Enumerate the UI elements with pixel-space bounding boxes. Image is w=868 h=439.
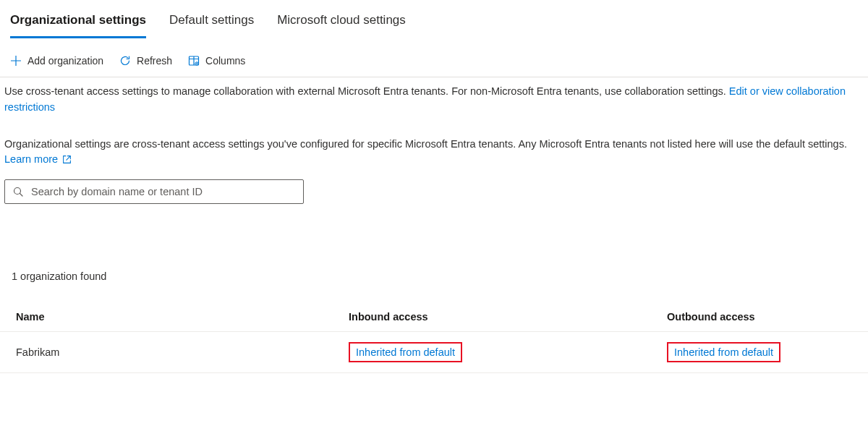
- add-organization-button[interactable]: Add organization: [10, 55, 103, 67]
- inbound-access-link[interactable]: Inherited from default: [356, 346, 455, 358]
- learn-more-label: Learn more: [4, 153, 58, 165]
- description-block-2: Organizational settings are cross-tenant…: [0, 116, 868, 152]
- columns-label: Columns: [205, 55, 245, 67]
- table-row: Fabrikam Inherited from default Inherite…: [0, 332, 868, 373]
- refresh-button[interactable]: Refresh: [119, 55, 172, 67]
- learn-more-link[interactable]: Learn more: [4, 153, 72, 165]
- toolbar: Add organization Refresh Columns: [0, 39, 868, 77]
- add-organization-label: Add organization: [27, 55, 103, 67]
- highlight-outbound: Inherited from default: [667, 342, 780, 362]
- column-header-name[interactable]: Name: [16, 311, 349, 323]
- column-header-outbound[interactable]: Outbound access: [667, 311, 868, 323]
- tab-organizational-settings[interactable]: Organizational settings: [10, 13, 146, 38]
- org-name-cell[interactable]: Fabrikam: [16, 346, 349, 358]
- outbound-access-link[interactable]: Inherited from default: [674, 346, 773, 358]
- results-count: 1 organization found: [0, 204, 868, 282]
- highlight-inbound: Inherited from default: [349, 342, 462, 362]
- organizations-table: Name Inbound access Outbound access Fabr…: [0, 311, 868, 373]
- column-header-inbound[interactable]: Inbound access: [349, 311, 667, 323]
- tab-default-settings[interactable]: Default settings: [169, 13, 254, 38]
- table-header: Name Inbound access Outbound access: [0, 311, 868, 332]
- columns-icon: [188, 55, 200, 67]
- description-block-1: Use cross-tenant access settings to mana…: [0, 77, 868, 116]
- outbound-access-cell: Inherited from default: [667, 342, 868, 362]
- search-box[interactable]: [4, 179, 304, 204]
- columns-button[interactable]: Columns: [188, 55, 245, 67]
- description-text-1: Use cross-tenant access settings to mana…: [4, 85, 729, 97]
- tabs-bar: Organizational settings Default settings…: [0, 0, 868, 39]
- description-text-2: Organizational settings are cross-tenant…: [4, 138, 847, 150]
- external-link-icon: [62, 155, 72, 164]
- plus-icon: [10, 55, 22, 67]
- search-input[interactable]: [31, 186, 296, 197]
- search-icon: [12, 186, 24, 197]
- refresh-icon: [119, 55, 131, 67]
- tab-microsoft-cloud-settings[interactable]: Microsoft cloud settings: [277, 13, 406, 38]
- inbound-access-cell: Inherited from default: [349, 342, 667, 362]
- refresh-label: Refresh: [137, 55, 172, 67]
